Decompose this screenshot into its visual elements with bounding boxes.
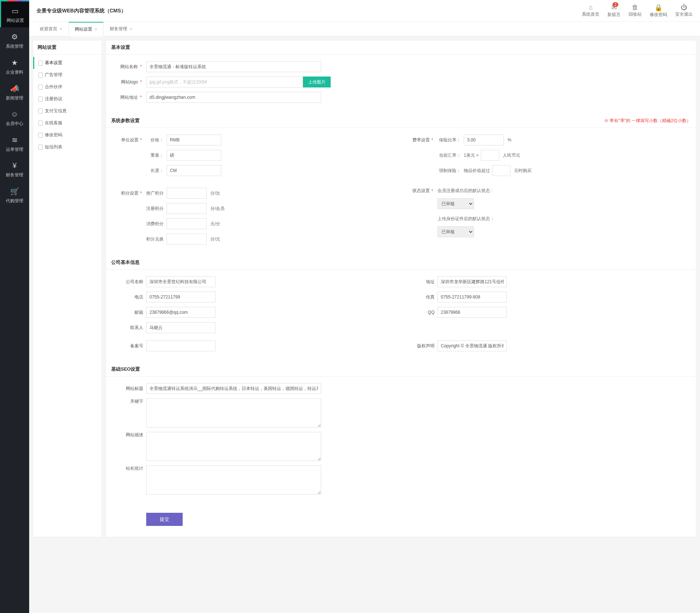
document-icon <box>38 60 43 66</box>
document-icon <box>38 133 43 138</box>
nav-waybill[interactable]: ≋运单管理 <box>0 130 29 156</box>
weight-unit-input[interactable] <box>167 150 221 161</box>
section-company-title: 公司基本信息 <box>111 259 140 266</box>
logout-link-icon: ⏻ <box>675 4 693 11</box>
nav-site-label: 网站设置 <box>7 18 24 23</box>
home-link[interactable]: ⌂系统首页 <box>582 4 599 18</box>
site-url-input[interactable] <box>146 92 321 103</box>
icp-input[interactable] <box>146 340 215 351</box>
left-nav: ▭网站设置⚙系统管理★企业资料📣新闻管理☺会员中心≋运单管理¥财务管理🛒代购管理 <box>0 0 29 541</box>
header-title: 全景专业级WEB内容管理系统（CMS） <box>36 8 582 14</box>
tab-finance-close-icon[interactable]: ✕ <box>129 27 132 31</box>
sp-basic[interactable]: 基本设置 <box>33 57 102 69</box>
section-basic-head: 基本设置 <box>106 40 696 55</box>
copyright-input[interactable] <box>438 340 507 351</box>
new-message-link-badge: 2 <box>612 2 618 7</box>
status-id-select[interactable]: 已审核 <box>438 226 474 237</box>
logout-link[interactable]: ⏻安全退出 <box>675 4 693 18</box>
document-icon <box>38 73 43 78</box>
section-seo-title: 基础SEO设置 <box>111 366 140 372</box>
tab-site[interactable]: 网站设置✕ <box>69 22 104 36</box>
seo-stats-textarea[interactable] <box>146 465 321 495</box>
recycle-link[interactable]: 🗑回收站 <box>629 4 642 18</box>
p-reg-input[interactable] <box>167 203 207 214</box>
sp-sms-label: 短信列表 <box>45 144 62 150</box>
change-pwd-link-icon: 🔒 <box>650 4 667 12</box>
weight-label: 重量： <box>146 152 167 159</box>
sp-cs[interactable]: 在线客服 <box>33 117 102 129</box>
status-group-label: 状态设置 <box>412 188 430 194</box>
p-promo-input[interactable] <box>167 188 207 199</box>
tab-site-close-icon[interactable]: ✕ <box>94 27 97 31</box>
qq-input[interactable] <box>438 307 507 318</box>
new-message-link-label: 新留言 <box>607 12 621 17</box>
change-pwd-link[interactable]: 🔒修改密码 <box>650 4 667 18</box>
seo-title-input[interactable] <box>146 383 321 394</box>
seo-kw-textarea[interactable] <box>146 398 321 427</box>
p-redeem-input[interactable] <box>167 234 207 245</box>
sp-alipay-label: 支付宝信息 <box>45 108 67 114</box>
nav-company[interactable]: ★企业资料 <box>0 53 29 79</box>
tab-welcome-close-icon[interactable]: ✕ <box>59 27 62 31</box>
seo-kw-label: 关键字 <box>117 398 146 405</box>
seo-title-label: 网站标题 <box>117 386 146 392</box>
addr-input[interactable] <box>438 276 507 287</box>
sp-cs-label: 在线客服 <box>45 120 62 126</box>
nav-company-label: 企业资料 <box>6 70 23 75</box>
p-spend-input[interactable] <box>167 218 207 229</box>
fx-suffix: 人民币元 <box>503 152 520 159</box>
fax-input[interactable] <box>438 292 507 302</box>
sp-ads-label: 广告管理 <box>45 72 62 78</box>
tab-welcome[interactable]: 欢迎首页✕ <box>34 22 69 36</box>
nav-news[interactable]: 📣新闻管理 <box>0 79 29 105</box>
site-name-input[interactable] <box>146 61 321 72</box>
nav-purchase[interactable]: 🛒代购管理 <box>0 182 29 208</box>
tel-label: 电话 <box>117 294 146 300</box>
tab-finance[interactable]: 财务管理✕ <box>104 22 139 36</box>
tel-input[interactable] <box>146 292 215 302</box>
section-basic-title: 基本设置 <box>111 44 130 51</box>
logout-link-label: 安全退出 <box>675 12 693 17</box>
tab-welcome-label: 欢迎首页 <box>40 26 57 31</box>
force-ins-input[interactable] <box>492 165 510 176</box>
sp-sms[interactable]: 短信列表 <box>33 141 102 153</box>
nav-system[interactable]: ⚙系统管理 <box>0 27 29 53</box>
company-name-label: 公司名称 <box>117 279 146 285</box>
mail-input[interactable] <box>146 307 215 318</box>
document-icon <box>38 109 43 114</box>
new-message-link[interactable]: 2✉新留言 <box>607 4 621 18</box>
length-unit-input[interactable] <box>167 165 221 176</box>
upload-logo-button[interactable]: 上传图片 <box>303 77 331 87</box>
company-name-input[interactable] <box>146 276 215 287</box>
status-id-label: 上传身份证件后的默认状态： <box>438 216 494 222</box>
nav-site[interactable]: ▭网站设置 <box>0 1 29 27</box>
fx-rate-input[interactable] <box>481 150 499 161</box>
nav-finance[interactable]: ¥财务管理 <box>0 156 29 182</box>
contact-input[interactable] <box>146 322 215 333</box>
home-link-icon: ⌂ <box>582 4 599 11</box>
sp-partner[interactable]: 合作伙伴 <box>33 81 102 93</box>
insurance-rate-input[interactable] <box>464 134 504 145</box>
p-redeem-suffix: 分/元 <box>210 236 220 242</box>
p-redeem-label: 积分兑换 <box>146 236 167 242</box>
nav-member[interactable]: ☺会员中心 <box>0 105 29 130</box>
p-reg-label: 注册积分 <box>146 206 167 212</box>
sp-alipay[interactable]: 支付宝信息 <box>33 105 102 117</box>
logo-input[interactable] <box>146 77 303 87</box>
price-unit-input[interactable] <box>167 134 221 145</box>
submit-button[interactable]: 提交 <box>146 513 183 526</box>
seo-desc-textarea[interactable] <box>146 432 321 461</box>
force-ins-suffix: 元时购买 <box>514 168 532 174</box>
sp-reg[interactable]: 注册协议 <box>33 93 102 105</box>
nav-purchase-icon: 🛒 <box>0 187 29 196</box>
nav-waybill-icon: ≋ <box>0 136 29 144</box>
p-reg-suffix: 分/会员 <box>210 206 225 212</box>
content-panel: 基本设置 网站名称* 网站logo* 上传图片 网站地址* <box>106 40 696 537</box>
fx-prefix: 1美元 = <box>464 152 479 159</box>
url-label: 网站地址 <box>120 95 138 100</box>
section-params-title: 系统参数设置 <box>111 117 140 124</box>
rate-group-label: 费率设置 <box>412 137 430 143</box>
sp-ads[interactable]: 广告管理 <box>33 69 102 81</box>
status-reg-select[interactable]: 已审核 <box>438 198 474 209</box>
sp-pwd[interactable]: 修改密码 <box>33 129 102 141</box>
